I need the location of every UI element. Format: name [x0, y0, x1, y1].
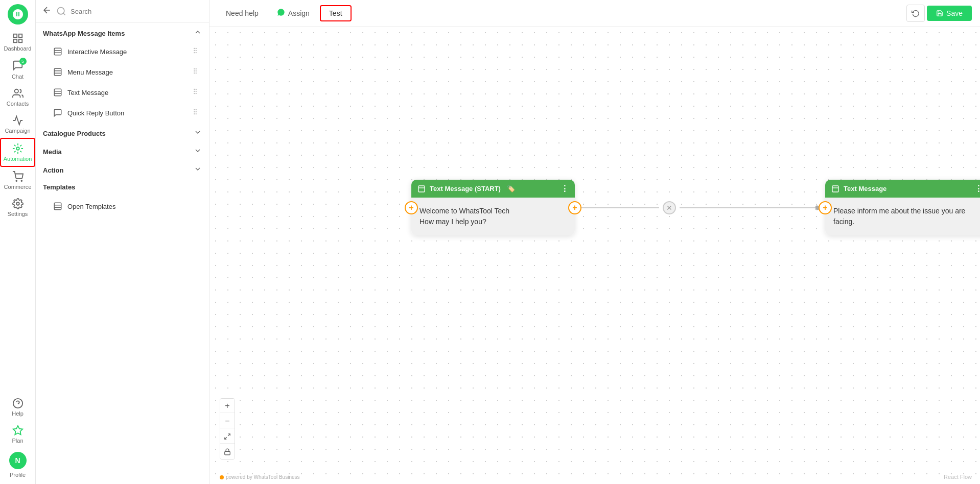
zoom-out-button[interactable]: − [220, 414, 235, 428]
powered-by: powered by WhatsTool Business [220, 474, 300, 480]
chat-badge: 5 [19, 58, 27, 65]
whatsapp-icon [277, 8, 285, 18]
node-body-1: Welcome to WhatsTool Tech How may I help… [411, 198, 575, 235]
drag-icon [192, 47, 199, 56]
section-catalogue-products[interactable]: Catalogue Products [36, 123, 209, 141]
svg-rect-32 [54, 89, 61, 96]
lock-button[interactable] [220, 445, 235, 459]
connector-circle[interactable]: ✕ [663, 201, 676, 214]
sidebar-item-campaign[interactable]: Campaign [0, 111, 35, 138]
panel-item-open-templates[interactable]: Open Templates [39, 197, 206, 216]
svg-point-20 [196, 50, 196, 51]
sidebar-item-plan[interactable]: Plan [0, 421, 35, 448]
svg-point-19 [194, 50, 195, 51]
svg-point-44 [196, 111, 196, 112]
node-add-left-1[interactable]: + [405, 201, 418, 214]
svg-rect-14 [54, 48, 61, 55]
sidebar-item-contacts[interactable]: Contacts [0, 84, 35, 111]
flow-node-1: + Text Message (START) 🏷️ ⋮ Welcome to W… [411, 180, 575, 235]
panel-item-text-message[interactable]: Text Message [39, 83, 206, 102]
refresh-button[interactable] [906, 5, 925, 22]
svg-point-18 [196, 48, 196, 49]
svg-point-41 [194, 109, 195, 110]
node-add-right-1[interactable]: + [568, 201, 581, 214]
nav-logo[interactable] [8, 4, 28, 25]
svg-rect-54 [418, 186, 425, 192]
svg-point-35 [194, 89, 195, 89]
svg-point-40 [196, 93, 196, 94]
flow-node-2: + Text Message ⋮ Please inform me about … [825, 180, 980, 235]
sidebar-item-help[interactable]: Help [0, 394, 35, 421]
svg-rect-1 [18, 34, 21, 37]
nav-sidebar: Dashboard 5 Chat Contacts Campaign [0, 0, 36, 484]
svg-marker-11 [13, 426, 22, 434]
svg-point-6 [16, 180, 17, 181]
svg-point-43 [194, 111, 195, 112]
sidebar-item-automation[interactable]: Automation [0, 138, 35, 167]
save-button[interactable]: Save [927, 6, 972, 21]
canvas-area[interactable]: ✕ + Text Message (START) 🏷️ ⋮ Welcome to… [209, 27, 980, 484]
sidebar-item-dashboard[interactable]: Dashboard [0, 29, 35, 56]
sidebar-item-settings[interactable]: Settings [0, 194, 35, 221]
svg-point-38 [196, 91, 196, 91]
fit-view-button[interactable] [220, 429, 235, 444]
svg-point-36 [196, 89, 196, 89]
media-section-toggle [194, 147, 202, 157]
node-add-left-2[interactable]: + [819, 201, 832, 214]
tab-need-help[interactable]: Need help [218, 6, 267, 20]
svg-point-29 [196, 70, 196, 71]
zoom-controls: + − [220, 398, 235, 459]
connection-lines [209, 27, 980, 484]
toolbar: Need help Assign Test [209, 0, 980, 27]
tab-test[interactable]: Test [320, 5, 352, 21]
drag-icon [192, 108, 199, 117]
drag-icon [192, 88, 199, 97]
svg-line-59 [228, 433, 230, 435]
panel-sidebar: WhatsApp Message Items Interactive Messa… [36, 0, 209, 484]
svg-point-4 [14, 89, 18, 93]
back-arrow-icon[interactable] [42, 5, 52, 17]
sidebar-item-commerce[interactable]: Commerce [0, 167, 35, 194]
zoom-in-button[interactable]: + [220, 399, 235, 413]
section-action[interactable]: Action [36, 160, 209, 178]
panel-item-interactive-message[interactable]: Interactive Message [39, 42, 206, 61]
section-media[interactable]: Media [36, 141, 209, 160]
catalogue-section-toggle [194, 128, 202, 138]
powered-dot [220, 475, 224, 479]
svg-point-37 [194, 91, 195, 91]
section-whatsapp-messages[interactable]: WhatsApp Message Items [36, 23, 209, 41]
svg-rect-23 [54, 68, 61, 76]
svg-point-27 [196, 68, 196, 69]
svg-line-60 [225, 437, 227, 439]
svg-point-22 [196, 53, 196, 53]
svg-point-26 [194, 68, 195, 69]
svg-rect-3 [18, 39, 21, 42]
tab-assign[interactable]: Assign [269, 5, 318, 21]
main-area: Need help Assign Test [209, 0, 980, 484]
svg-line-13 [63, 13, 65, 15]
svg-point-12 [58, 8, 64, 14]
svg-rect-47 [54, 203, 61, 210]
node-menu-2[interactable]: ⋮ [974, 184, 980, 193]
panel-item-quick-reply[interactable]: Quick Reply Button [39, 103, 206, 123]
chat-badge-container: 5 [12, 60, 24, 72]
sidebar-item-chat[interactable]: 5 Chat [0, 56, 35, 84]
search-icon [56, 6, 66, 16]
svg-point-5 [16, 147, 19, 150]
panel-header [36, 0, 209, 23]
svg-point-28 [194, 70, 195, 71]
sidebar-item-profile[interactable]: N Profile [0, 448, 35, 482]
node-menu-1[interactable]: ⋮ [561, 184, 569, 193]
search-input[interactable] [71, 8, 203, 15]
whatsapp-section-toggle [194, 28, 202, 38]
node-header-2: Text Message ⋮ [825, 180, 980, 198]
node-header-1: Text Message (START) 🏷️ ⋮ [411, 180, 575, 198]
svg-point-21 [194, 53, 195, 53]
panel-item-menu-message[interactable]: Menu Message [39, 62, 206, 82]
profile-avatar: N [9, 452, 27, 469]
action-section-toggle [194, 165, 202, 175]
svg-rect-57 [832, 186, 838, 192]
svg-point-31 [196, 73, 196, 74]
svg-rect-2 [13, 39, 16, 42]
svg-point-46 [196, 114, 196, 114]
